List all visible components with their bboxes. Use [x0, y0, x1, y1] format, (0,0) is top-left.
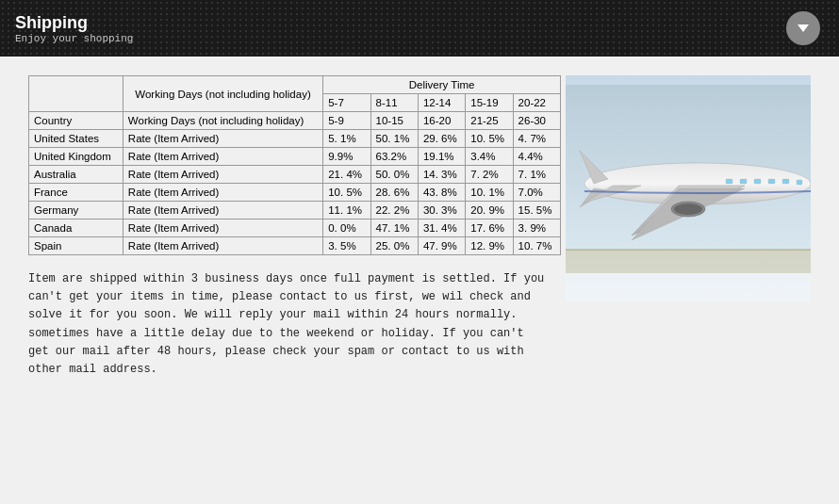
right-panel [566, 75, 811, 485]
cell-rate: Rate (Item Arrived) [123, 202, 322, 219]
svg-point-4 [674, 203, 702, 215]
svg-rect-8 [768, 179, 775, 184]
cell-country: France [29, 184, 123, 202]
cell-v1: 9.9% [323, 148, 370, 166]
cell-v5: 3. 9% [513, 219, 560, 237]
cell-v1: 3. 5% [323, 237, 370, 255]
cell-rate: Rate (Item Arrived) [123, 219, 322, 237]
cell-v2: 50. 0% [370, 166, 418, 184]
airplane-svg [566, 85, 811, 273]
main-content: Working Days (not including holiday) Del… [0, 57, 839, 504]
cell-v4: 12. 9% [466, 237, 513, 255]
cell-v2: 28. 6% [370, 184, 418, 202]
chevron-down-icon [795, 20, 812, 37]
table-row-delivery-header: Working Days (not including holiday) Del… [29, 76, 561, 94]
table-row: United States Rate (Item Arrived) 5. 1% … [29, 130, 561, 148]
cell-country: United Kingdom [29, 148, 123, 166]
cell-v1: 21. 4% [323, 166, 370, 184]
airplane-image [566, 85, 811, 292]
working-days-cell: Working Days (not including holiday) [123, 76, 322, 112]
col-label-2b: 10-15 [370, 112, 418, 130]
info-text: Item are shipped within 3 business days … [28, 270, 547, 379]
col-header-5: 20-22 [513, 94, 560, 112]
cell-country: Canada [29, 219, 123, 237]
country-header-cell [29, 76, 123, 112]
col-header-3: 12-14 [418, 94, 465, 112]
col-header-2: 8-11 [370, 94, 418, 112]
table-data-body: United States Rate (Item Arrived) 5. 1% … [29, 130, 561, 255]
cell-v2: 22. 2% [370, 202, 418, 219]
cell-rate: Rate (Item Arrived) [123, 166, 322, 184]
cell-v4: 3.4% [466, 148, 513, 166]
cell-v1: 11. 1% [323, 202, 370, 219]
table-row: Germany Rate (Item Arrived) 11. 1% 22. 2… [29, 202, 561, 219]
cell-v4: 20. 9% [466, 202, 513, 219]
cell-v1: 10. 5% [323, 184, 370, 202]
cell-v4: 10. 1% [466, 184, 513, 202]
table-row: Canada Rate (Item Arrived) 0. 0% 47. 1% … [29, 219, 561, 237]
table-row: France Rate (Item Arrived) 10. 5% 28. 6%… [29, 184, 561, 202]
cell-v2: 50. 1% [370, 130, 418, 148]
cell-v3: 47. 9% [418, 237, 465, 255]
table-row: United Kingdom Rate (Item Arrived) 9.9% … [29, 148, 561, 166]
col-header-4: 15-19 [466, 94, 513, 112]
header-icon[interactable] [786, 11, 820, 45]
cell-v2: 47. 1% [370, 219, 418, 237]
cell-v1: 0. 0% [323, 219, 370, 237]
svg-rect-6 [740, 179, 747, 184]
table-row-col-labels: Country Working Days (not including holi… [29, 112, 561, 130]
page-header: Shipping Enjoy your shopping [0, 0, 839, 57]
cell-v4: 10. 5% [466, 130, 513, 148]
col-label-4b: 21-25 [466, 112, 513, 130]
svg-marker-0 [798, 24, 809, 32]
cell-v5: 15. 5% [513, 202, 560, 219]
cell-rate: Rate (Item Arrived) [123, 184, 322, 202]
delivery-time-cell: Delivery Time [323, 76, 561, 94]
cell-country: Germany [29, 202, 123, 219]
cell-v5: 4. 7% [513, 130, 560, 148]
header-title: Shipping [15, 13, 133, 33]
svg-rect-7 [754, 179, 761, 184]
svg-rect-11 [566, 250, 811, 273]
cell-v3: 29. 6% [418, 130, 465, 148]
cell-rate: Rate (Item Arrived) [123, 148, 322, 166]
cell-v4: 7. 2% [466, 166, 513, 184]
cell-v1: 5. 1% [323, 130, 370, 148]
col-label-1b: 5-9 [323, 112, 370, 130]
cell-rate: Rate (Item Arrived) [123, 237, 322, 255]
cell-v3: 31. 4% [418, 219, 465, 237]
cell-country: Australia [29, 166, 123, 184]
cell-v3: 19.1% [418, 148, 465, 166]
cell-v5: 7. 1% [513, 166, 560, 184]
header-text: Shipping Enjoy your shopping [15, 13, 133, 44]
col-label-5b: 26-30 [513, 112, 560, 130]
cell-v5: 4.4% [513, 148, 560, 166]
shipping-table: Working Days (not including holiday) Del… [28, 75, 561, 255]
svg-rect-10 [797, 180, 802, 185]
cell-v3: 14. 3% [418, 166, 465, 184]
cell-v2: 63.2% [370, 148, 418, 166]
cell-v3: 30. 3% [418, 202, 465, 219]
country-label: Country [29, 112, 123, 130]
cell-country: Spain [29, 237, 123, 255]
cell-v3: 43. 8% [418, 184, 465, 202]
table-row: Spain Rate (Item Arrived) 3. 5% 25. 0% 4… [29, 237, 561, 255]
col-header-1: 5-7 [323, 94, 370, 112]
col-label-3b: 16-20 [418, 112, 465, 130]
cell-country: United States [29, 130, 123, 148]
cell-rate: Rate (Item Arrived) [123, 130, 322, 148]
working-days-label: Working Days (not including holiday) [123, 112, 322, 130]
svg-rect-9 [782, 179, 789, 184]
cell-v5: 10. 7% [513, 237, 560, 255]
table-row: Australia Rate (Item Arrived) 21. 4% 50.… [29, 166, 561, 184]
cell-v2: 25. 0% [370, 237, 418, 255]
header-subtitle: Enjoy your shopping [15, 33, 133, 44]
cell-v4: 17. 6% [466, 219, 513, 237]
left-panel: Working Days (not including holiday) Del… [28, 75, 547, 485]
svg-rect-5 [726, 179, 732, 184]
cell-v5: 7.0% [513, 184, 560, 202]
